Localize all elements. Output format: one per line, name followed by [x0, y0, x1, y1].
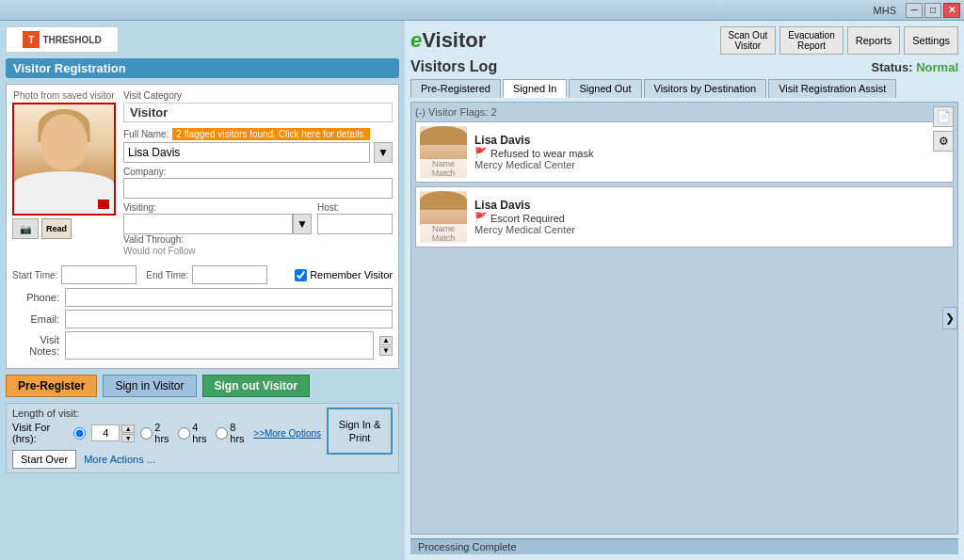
notes-spin-up[interactable]: ▲	[379, 336, 393, 345]
sign-in-print-button[interactable]: Sign In & Print	[327, 408, 393, 455]
settings-icon-btn[interactable]: ⚙	[933, 131, 954, 152]
reg-top: Photo from saved visitor 📷 Read	[12, 90, 393, 260]
right-panel: eVisitor Scan Out Visitor Evacuation Rep…	[405, 21, 964, 560]
form-area: Visit Category Full Name: 2 flagged visi…	[123, 90, 393, 260]
email-input[interactable]	[65, 310, 393, 328]
radio-4hrs-input[interactable]	[178, 427, 190, 440]
notes-spinner: ▲ ▼	[379, 336, 393, 356]
radio-8hrs[interactable]: 8 hrs	[216, 422, 248, 444]
evisitor-title: eVisitor	[410, 28, 486, 53]
title-bar: MHS ─ □ ✕	[0, 0, 964, 21]
start-time-label: Start Time:	[12, 270, 57, 280]
threshold-logo: T THRESHOLD	[6, 26, 119, 53]
phone-row: Phone:	[12, 288, 393, 307]
flag-details-2: Lisa Davis 🚩 Escort Required Mercy Medic…	[474, 199, 949, 235]
more-options-button[interactable]: >>More Options	[253, 428, 321, 439]
more-actions-link[interactable]: More Actions ...	[84, 454, 155, 465]
valid-through-label: Valid Through:	[123, 234, 393, 245]
collapse-sidebar-button[interactable]: ❯	[942, 307, 957, 329]
scan-out-visitor-button[interactable]: Scan Out Visitor	[720, 26, 777, 55]
visit-category-input[interactable]	[123, 103, 393, 122]
read-button[interactable]: Read	[41, 218, 72, 239]
sign-in-visitor-button[interactable]: Sign in Visitor	[103, 375, 196, 397]
flag-location-1: Mercy Medical Center	[474, 159, 949, 170]
hrs-radio[interactable]	[73, 427, 86, 440]
tab-visitors-by-destination[interactable]: Visitors by Destination	[644, 79, 767, 98]
visiting-input-row: ▼	[123, 214, 312, 234]
visit-cat-label: Visit Category	[123, 90, 393, 101]
email-row: Email:	[12, 310, 393, 328]
thumb-hair-2	[420, 191, 467, 210]
host-field: Host:	[317, 202, 393, 234]
tab-pre-registered[interactable]: Pre-Registered	[410, 79, 501, 98]
visit-hrs-row: Visit For (hrs): ▲ ▼ 2 hrs	[12, 422, 321, 444]
threshold-icon: T	[23, 31, 40, 48]
preregister-button[interactable]: Pre-Register	[6, 375, 97, 397]
radio-selected[interactable]	[73, 427, 86, 440]
visiting-row: Visiting: ▼ Host:	[123, 202, 393, 234]
photo-face	[40, 114, 88, 170]
hrs-spin-up[interactable]: ▲	[121, 424, 135, 433]
bottom-actions: Start Over More Actions ...	[12, 450, 321, 469]
visiting-input[interactable]	[123, 214, 293, 234]
visit-length-title: Length of visit:	[12, 408, 321, 419]
company-label: Company:	[123, 167, 393, 177]
header-buttons: Scan Out Visitor Evacuation Report Repor…	[720, 26, 958, 55]
settings-button[interactable]: Settings	[904, 26, 958, 55]
notes-input[interactable]	[65, 331, 374, 360]
flag-reason-2: 🚩 Escort Required	[474, 212, 949, 224]
visitors-area: (-) Visitor Flags: 2 Name Match Lisa Dav…	[410, 102, 958, 535]
radio-2hrs-input[interactable]	[140, 427, 153, 440]
notes-spin-down[interactable]: ▼	[379, 346, 393, 356]
bottom-rows: Start Time: End Time: Remember Visitor P…	[12, 265, 393, 360]
sign-out-visitor-button[interactable]: Sign out Visitor	[202, 375, 310, 397]
remember-visitor-check[interactable]: Remember Visitor	[295, 269, 393, 281]
evacuation-report-button[interactable]: Evacuation Report	[779, 26, 843, 55]
flag-location-2: Mercy Medical Center	[474, 224, 949, 235]
notes-label: Visit Notes:	[12, 334, 59, 357]
flag-indicator	[98, 200, 109, 209]
visitor-flag-item-2[interactable]: Name Match Lisa Davis 🚩 Escort Required …	[415, 186, 954, 248]
visiting-field: Visiting: ▼	[123, 202, 312, 234]
host-label: Host:	[317, 202, 393, 213]
left-panel: T THRESHOLD Visitor Registration Photo f…	[0, 21, 405, 560]
end-time-input[interactable]	[192, 265, 267, 284]
tab-visit-registration-assist[interactable]: Visit Registration Assist	[768, 79, 896, 98]
camera-button[interactable]: 📷	[12, 218, 39, 239]
phone-input[interactable]	[65, 288, 393, 307]
remember-checkbox[interactable]	[295, 269, 307, 281]
document-icon-btn[interactable]: 📄	[933, 106, 954, 127]
visit-for-label: Visit For (hrs):	[12, 422, 68, 444]
visiting-dropdown-btn[interactable]: ▼	[293, 214, 312, 234]
visit-options: Length of visit: Visit For (hrs): ▲ ▼	[12, 408, 321, 469]
hrs-spin-down[interactable]: ▼	[121, 434, 135, 442]
company-input[interactable]	[123, 178, 393, 199]
name-dropdown-btn[interactable]: ▼	[374, 142, 393, 163]
flag-icon-1: 🚩	[474, 147, 488, 159]
status-label: Status:	[872, 60, 913, 74]
main-content: T THRESHOLD Visitor Registration Photo f…	[0, 21, 964, 560]
minimize-button[interactable]: ─	[906, 3, 923, 18]
radio-4hrs[interactable]: 4 hrs	[178, 422, 210, 444]
tab-signed-in[interactable]: Signed In	[503, 79, 567, 98]
host-input[interactable]	[317, 214, 393, 234]
sub-header: Visitors Log Status: Normal	[410, 58, 958, 75]
start-time-input[interactable]	[61, 265, 137, 284]
reports-button[interactable]: Reports	[847, 26, 901, 55]
photo-controls: 📷 Read	[12, 218, 116, 239]
visitor-flag-item-1[interactable]: Name Match Lisa Davis 🚩 Refused to wear …	[415, 121, 954, 183]
maximize-button[interactable]: □	[924, 3, 941, 18]
app-title: MHS	[4, 5, 904, 16]
close-button[interactable]: ✕	[943, 3, 960, 18]
hrs-input[interactable]	[91, 424, 120, 441]
company-row: Company:	[123, 167, 393, 199]
radio-2hrs[interactable]: 2 hrs	[140, 422, 172, 444]
full-name-input[interactable]	[123, 142, 370, 163]
tab-signed-out[interactable]: Signed Out	[569, 79, 641, 98]
start-over-button[interactable]: Start Over	[12, 450, 76, 469]
radio-8hrs-input[interactable]	[216, 427, 228, 440]
email-label: Email:	[12, 313, 59, 325]
name-warning[interactable]: 2 flagged visitors found. Click here for…	[172, 128, 370, 140]
photo-area: Photo from saved visitor 📷 Read	[12, 90, 116, 260]
flags-header: (-) Visitor Flags: 2	[415, 106, 954, 118]
